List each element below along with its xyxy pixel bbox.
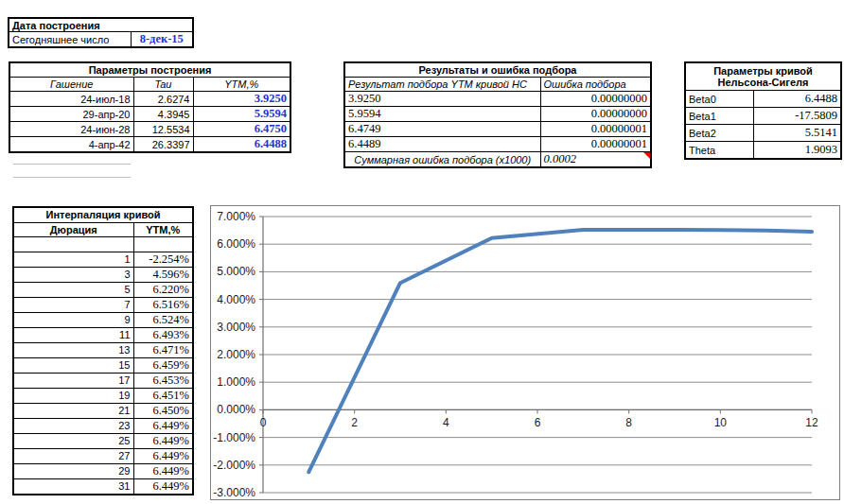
cell[interactable]: 15 xyxy=(13,357,133,373)
cell[interactable]: 29-апр-20 xyxy=(9,107,133,122)
svg-text:2.000%: 2.000% xyxy=(217,348,255,361)
cell[interactable]: 17 xyxy=(13,373,133,388)
cell[interactable]: 5.5141 xyxy=(753,125,841,142)
table-row: 1-2.254% xyxy=(13,252,193,267)
table-row: Beta06.4488 xyxy=(685,91,841,108)
curve-interpolation-table: Интерпаляция кривой Дюрация YTM,% 1-2.25… xyxy=(12,206,194,495)
cell[interactable]: 29 xyxy=(13,463,133,478)
cell[interactable]: 19 xyxy=(13,388,133,403)
cell[interactable]: 0.00000000 xyxy=(540,107,651,122)
table-row: 6.44890.00000001 xyxy=(344,137,651,152)
cell[interactable]: 6.516% xyxy=(133,297,193,312)
cell[interactable] xyxy=(13,237,133,252)
table-row: 256.449% xyxy=(13,433,193,448)
cell[interactable]: 6.4749 xyxy=(344,122,540,137)
cell[interactable]: 23 xyxy=(13,418,133,433)
cell[interactable]: 0.00000001 xyxy=(540,137,651,152)
cell[interactable]: -17.5809 xyxy=(753,108,841,125)
today-label[interactable]: Сегодняшнее число xyxy=(9,32,131,48)
table-row: 34.596% xyxy=(13,267,193,282)
cell[interactable]: 24-июн-28 xyxy=(9,122,133,137)
table-row: 5.95940.00000000 xyxy=(344,107,651,122)
table-row: Theta1.9093 xyxy=(685,142,841,160)
svg-text:8: 8 xyxy=(625,416,632,429)
cell[interactable]: 6.4750 xyxy=(193,122,290,137)
table-row: 316.449% xyxy=(13,478,193,495)
svg-text:3.000%: 3.000% xyxy=(217,321,255,334)
cell[interactable]: 6.449% xyxy=(133,418,193,433)
cell[interactable]: 5 xyxy=(13,282,133,297)
cell[interactable]: 0.00000001 xyxy=(540,122,651,137)
col-header-tau[interactable]: Tau xyxy=(133,78,193,92)
cell[interactable]: 6.4489 xyxy=(344,137,540,152)
cell[interactable]: 2.6274 xyxy=(133,92,193,107)
cell[interactable]: 6.451% xyxy=(133,388,193,403)
cell[interactable]: 6.449% xyxy=(133,448,193,463)
cell[interactable]: 24-июл-18 xyxy=(9,92,133,107)
ytm-curve-chart[interactable]: 7.000%6.000%5.000%4.000%3.000%2.000%1.00… xyxy=(210,205,840,500)
cell[interactable]: 27 xyxy=(13,448,133,463)
table-row: 24-июл-182.62743.9250 xyxy=(9,92,290,107)
nelson-siegel-table: Параметры кривой Нельсона-Сигеля Beta06.… xyxy=(684,61,842,160)
today-date-cell[interactable]: 8-дек-15 xyxy=(131,32,193,48)
table-row: 116.493% xyxy=(13,327,193,342)
spreadsheet-canvas: Дата построения Сегодняшнее число 8-дек-… xyxy=(0,0,844,504)
col-header-fit-error[interactable]: Ошибка подбора xyxy=(540,78,651,92)
cell[interactable]: Beta2 xyxy=(685,125,753,142)
cell[interactable]: Beta1 xyxy=(685,108,753,125)
cell[interactable]: 1 xyxy=(13,252,133,267)
cell[interactable]: 5.9594 xyxy=(344,107,540,122)
cell[interactable]: 6.450% xyxy=(133,403,193,418)
svg-text:-1.000%: -1.000% xyxy=(213,431,255,444)
cell[interactable]: 3.9250 xyxy=(193,92,290,107)
cell[interactable]: 13 xyxy=(13,342,133,357)
cell[interactable]: 4.596% xyxy=(133,267,193,282)
fit-results-title[interactable]: Результаты и ошибка подбора xyxy=(344,62,651,78)
cell[interactable]: Theta xyxy=(685,142,753,160)
table-row: 24-июн-2812.55346.4750 xyxy=(9,122,290,137)
cell[interactable]: -2.254% xyxy=(133,252,193,267)
table-row: 196.451% xyxy=(13,388,193,403)
cell[interactable]: 31 xyxy=(13,478,133,495)
col-header-ytm[interactable]: YTM,% xyxy=(193,78,290,92)
col-header-duration[interactable]: Дюрация xyxy=(13,222,133,237)
cell[interactable]: 21 xyxy=(13,403,133,418)
cell[interactable]: 6.493% xyxy=(133,327,193,342)
cell[interactable]: 6.449% xyxy=(133,433,193,448)
build-params-title[interactable]: Параметры построения xyxy=(9,62,290,78)
cell[interactable]: 6.4488 xyxy=(753,91,841,108)
col-header-gashenie[interactable]: Гашение xyxy=(9,78,133,92)
nelson-siegel-title[interactable]: Параметры кривой Нельсона-Сигеля xyxy=(685,62,841,91)
cell[interactable]: 3.9250 xyxy=(344,92,540,107)
total-error-label[interactable]: Суммарная ошибка подбора (x1000) xyxy=(344,152,540,168)
cell[interactable]: 3 xyxy=(13,267,133,282)
cell[interactable]: 6.471% xyxy=(133,342,193,357)
cell[interactable]: Beta0 xyxy=(685,91,753,108)
cell[interactable]: 26.3397 xyxy=(133,137,193,153)
cell[interactable]: 6.524% xyxy=(133,312,193,327)
cell[interactable]: 6.220% xyxy=(133,282,193,297)
cell[interactable]: 25 xyxy=(13,433,133,448)
cell[interactable]: 9 xyxy=(13,312,133,327)
date-table-title[interactable]: Дата построения xyxy=(9,18,193,32)
cell[interactable] xyxy=(133,237,193,252)
cell[interactable]: 6.449% xyxy=(133,463,193,478)
cell[interactable]: 5.9594 xyxy=(193,107,290,122)
cell[interactable]: 4.3945 xyxy=(133,107,193,122)
cell[interactable]: 12.5534 xyxy=(133,122,193,137)
col-header-fit-result[interactable]: Результат подбора YTM кривой НС xyxy=(344,78,540,92)
cell[interactable]: 6.459% xyxy=(133,357,193,373)
cell[interactable]: 7 xyxy=(13,297,133,312)
cell[interactable]: 6.4488 xyxy=(193,137,290,153)
cell[interactable]: 1.9093 xyxy=(753,142,841,160)
interpolation-title[interactable]: Интерпаляция кривой xyxy=(13,207,193,222)
cell[interactable]: 11 xyxy=(13,327,133,342)
cell[interactable]: 4-апр-42 xyxy=(9,137,133,153)
svg-text:7.000%: 7.000% xyxy=(217,210,255,223)
cell[interactable]: 6.449% xyxy=(133,478,193,495)
total-error-value-cell[interactable]: 0.0002 xyxy=(540,152,651,168)
cell[interactable]: 0.00000000 xyxy=(540,92,651,107)
cell[interactable]: 6.453% xyxy=(133,373,193,388)
table-row: 96.524% xyxy=(13,312,193,327)
col-header-interp-ytm[interactable]: YTM,% xyxy=(133,222,193,237)
